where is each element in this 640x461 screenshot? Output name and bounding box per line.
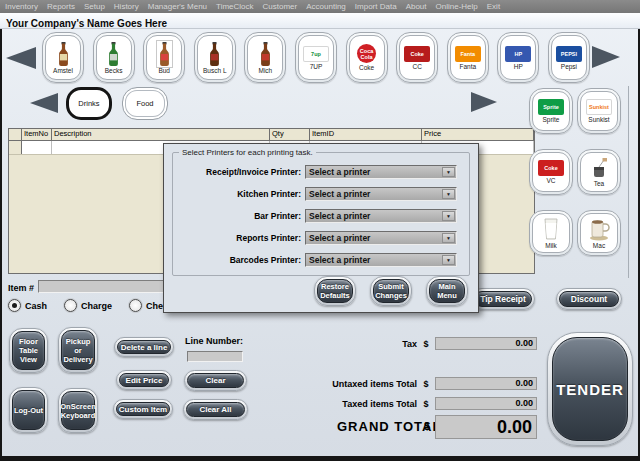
menu-item-online-help[interactable]: Online-Help [436, 2, 478, 11]
button-label: Floor Table View [12, 331, 45, 370]
printer-fields: Receipt/Invoice Printer:Select a printer… [173, 161, 469, 271]
category-tab-food[interactable]: Food [122, 87, 168, 120]
menu-item-history[interactable]: History [114, 2, 139, 11]
product-hp[interactable]: HPHP [497, 32, 539, 83]
dropdown-arrow-icon[interactable]: ▼ [442, 167, 455, 177]
printer-select-barcodes-printer[interactable]: Select a printer▼ [305, 253, 457, 267]
printer-label: Receipt/Invoice Printer: [175, 167, 305, 177]
menu-item-manager-s-menu[interactable]: Manager's Menu [148, 2, 207, 11]
pickup-or-delivery-button[interactable]: Pickup or Delivery [58, 327, 98, 373]
printer-select-receipt-invoice-printer[interactable]: Select a printer▼ [305, 165, 457, 179]
printer-row-bar-printer: Bar Printer:Select a printer▼ [173, 205, 469, 227]
line-number-input[interactable] [187, 351, 243, 362]
printer-label: Kitchen Printer: [175, 189, 305, 199]
radio-charge-icon[interactable] [64, 299, 77, 312]
products-scroll-right-arrow[interactable] [592, 46, 620, 68]
restore-defaults-button[interactable]: Restore Defaults [314, 276, 356, 306]
product-button-face: Becks [96, 35, 132, 80]
category-tab-drinks[interactable]: Drinks [66, 87, 112, 120]
products-scroll-left-arrow[interactable] [6, 47, 36, 69]
printer-row-kitchen-printer: Kitchen Printer:Select a printer▼ [173, 183, 469, 205]
product-7up[interactable]: 7up7UP [295, 32, 337, 83]
dropdown-arrow-icon[interactable]: ▼ [442, 255, 455, 265]
menu-item-setup[interactable]: Setup [84, 2, 105, 11]
product-sunkist[interactable]: SunkistSunkist [577, 88, 621, 134]
product-coke[interactable]: Coca ColaCoke [346, 32, 388, 83]
menu-item-accounting[interactable]: Accounting [306, 2, 346, 11]
main-menu-button[interactable]: Main Menu [426, 276, 468, 306]
column-header-selector [9, 129, 22, 140]
mich-icon [259, 42, 272, 66]
button-label: Discount [559, 291, 619, 307]
dropdown-arrow-icon[interactable]: ▼ [442, 189, 455, 199]
onscreen-keyboard-button[interactable]: OnScreen Keyboard [58, 388, 98, 433]
grand-total-currency-sign: $ [424, 420, 430, 432]
product-pepsi[interactable]: PEPSIPepsi [548, 32, 590, 83]
discount-button[interactable]: Discount [556, 288, 622, 310]
product-button-face: Mich [247, 35, 283, 80]
product-label: Mich [259, 67, 273, 74]
menu-item-inventory[interactable]: Inventory [5, 2, 38, 11]
radio-cash-icon[interactable] [8, 299, 21, 312]
tax-value: 0.00 [435, 337, 537, 350]
product-button-face: PEPSIPepsi [551, 35, 587, 80]
tender-button[interactable]: TENDER [547, 332, 633, 446]
edit-price-button[interactable]: Edit Price [116, 370, 172, 390]
order-table-header: ItemNoDescriptionQtyItemIDPrice [9, 129, 534, 141]
radio-check-icon[interactable] [129, 299, 142, 312]
selected-printer-value: Select a printer [306, 166, 456, 178]
product-busch-l[interactable]: Busch L [194, 32, 236, 83]
payment-option-charge[interactable]: Charge [64, 299, 112, 312]
button-label: Delete a line [117, 340, 171, 354]
button-label: Tip Receipt [474, 291, 532, 307]
busch-l-icon [208, 42, 221, 66]
delete-a-line-button[interactable]: Delete a line [114, 337, 174, 357]
categories-scroll-right-arrow[interactable] [471, 92, 497, 112]
product-mac[interactable]: Mac [577, 210, 621, 256]
product-becks[interactable]: Becks [93, 32, 135, 83]
printer-select-kitchen-printer[interactable]: Select a printer▼ [305, 187, 457, 201]
menu-item-about[interactable]: About [406, 2, 427, 11]
product-vc[interactable]: CokeVC [529, 149, 573, 195]
tip-receipt-button[interactable]: Tip Receipt [471, 288, 535, 310]
log-out-button[interactable]: Log-Out [9, 387, 48, 433]
clear-button[interactable]: Clear [184, 370, 247, 391]
product-cc[interactable]: CokeCC [396, 32, 438, 83]
menu-item-import-data[interactable]: Import Data [355, 2, 397, 11]
product-fanta[interactable]: FantaFanta [447, 32, 489, 83]
hp-logo-icon: HP [505, 46, 531, 62]
menu-item-reports[interactable]: Reports [47, 2, 75, 11]
payment-option-cash[interactable]: Cash [8, 299, 47, 312]
printer-select-bar-printer[interactable]: Select a printer▼ [305, 209, 457, 223]
total-label: Untaxed items Total [300, 379, 417, 389]
printer-dialog-title: Select Printers for each printing task. [179, 148, 316, 157]
floor-table-view-button[interactable]: Floor Table View [9, 328, 48, 373]
taxed-items-total-value: 0.00 [435, 397, 537, 410]
menu-item-timeclock[interactable]: TimeClock [216, 2, 253, 11]
printer-row-barcodes-printer: Barcodes Printer:Select a printer▼ [173, 249, 469, 271]
printer-select-reports-printer[interactable]: Select a printer▼ [305, 231, 457, 245]
dropdown-arrow-icon[interactable]: ▼ [442, 211, 455, 221]
product-milk[interactable]: Milk [529, 210, 573, 256]
button-label: OnScreen Keyboard [61, 391, 95, 430]
product-bud[interactable]: Bud [143, 32, 185, 83]
menu-item-exit[interactable]: Exit [487, 2, 500, 11]
product-tea[interactable]: Tea [577, 149, 621, 195]
menu-item-customer[interactable]: Customer [263, 2, 298, 11]
product-button-face: Amstel [45, 35, 81, 80]
column-header-description: Description [52, 129, 270, 140]
custom-item-button[interactable]: Custom Item [113, 399, 173, 419]
selected-printer-value: Select a printer [306, 210, 456, 222]
totals-panel: Tax$0.00Untaxed items Total$0.00Taxed it… [300, 330, 538, 420]
dropdown-arrow-icon[interactable]: ▼ [442, 233, 455, 243]
product-button-face: CokeCC [399, 35, 435, 80]
product-amstel[interactable]: Amstel [42, 32, 84, 83]
clear-all-button[interactable]: Clear All [183, 399, 248, 420]
table-cell [9, 141, 22, 154]
categories-scroll-left-arrow[interactable] [30, 93, 58, 113]
column-header-itemid: ItemID [310, 129, 422, 140]
product-mich[interactable]: Mich [244, 32, 286, 83]
printer-label: Bar Printer: [175, 211, 305, 221]
product-sprite[interactable]: SpriteSprite [529, 88, 573, 134]
submit-changes-button[interactable]: Submit Changes [370, 276, 412, 306]
